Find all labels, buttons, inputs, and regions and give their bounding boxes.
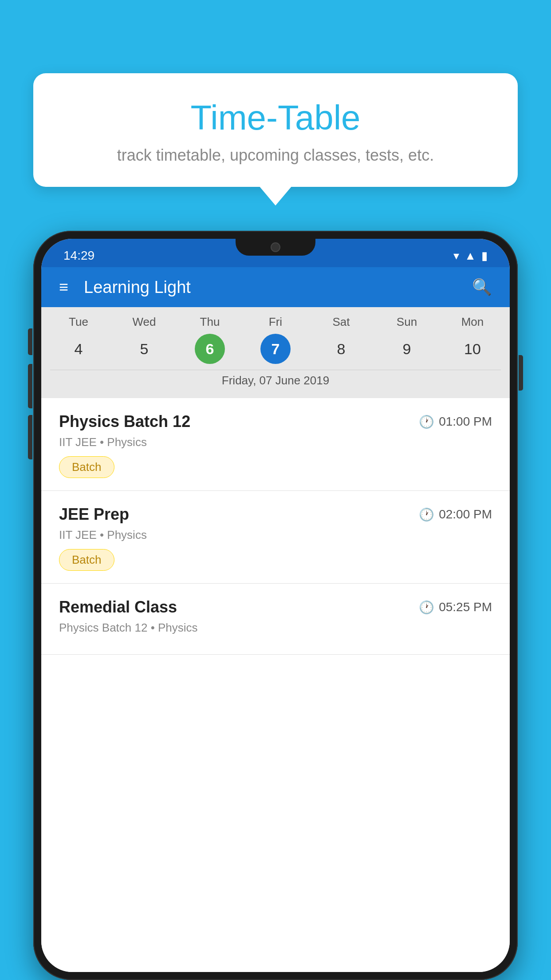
- class-meta-3: Physics Batch 12 • Physics: [59, 621, 492, 635]
- volume-down-button: [28, 364, 32, 408]
- class-name-2: JEE Prep: [59, 505, 129, 524]
- app-bar: ≡ Learning Light 🔍: [41, 267, 510, 307]
- volume-up-button: [28, 328, 32, 355]
- status-icons: ▾ ▲ ▮: [453, 249, 488, 263]
- phone-screen: 14:29 ▾ ▲ ▮ ≡ Learning Light 🔍 Tue Wed T…: [41, 239, 510, 972]
- day-header-tue: Tue: [46, 315, 111, 329]
- silent-button: [28, 415, 32, 459]
- class-name-3: Remedial Class: [59, 598, 177, 616]
- class-item-physics-batch-12[interactable]: Physics Batch 12 🕐 01:00 PM IIT JEE • Ph…: [41, 398, 510, 491]
- selected-date: Friday, 07 June 2019: [46, 370, 505, 394]
- front-camera: [271, 242, 280, 252]
- day-6-today[interactable]: 6: [177, 333, 243, 364]
- wifi-icon: ▾: [453, 249, 459, 263]
- class-time-1: 🕐 01:00 PM: [419, 415, 492, 429]
- class-item-header-3: Remedial Class 🕐 05:25 PM: [59, 598, 492, 616]
- class-meta-2: IIT JEE • Physics: [59, 528, 492, 542]
- tooltip-card: Time-Table track timetable, upcoming cla…: [33, 73, 518, 187]
- app-title: Learning Light: [84, 278, 472, 297]
- power-button: [519, 355, 523, 391]
- day-header-wed: Wed: [111, 315, 177, 329]
- tooltip-title: Time-Table: [60, 98, 491, 138]
- day-header-sun: Sun: [374, 315, 440, 329]
- phone-outer: 14:29 ▾ ▲ ▮ ≡ Learning Light 🔍 Tue Wed T…: [33, 231, 518, 980]
- phone-mockup: 14:29 ▾ ▲ ▮ ≡ Learning Light 🔍 Tue Wed T…: [33, 231, 518, 980]
- search-icon[interactable]: 🔍: [472, 278, 492, 296]
- class-name-1: Physics Batch 12: [59, 412, 190, 431]
- class-time-2: 🕐 02:00 PM: [419, 507, 492, 522]
- battery-icon: ▮: [481, 249, 488, 263]
- class-meta-1: IIT JEE • Physics: [59, 435, 492, 449]
- day-header-fri: Fri: [243, 315, 308, 329]
- tooltip-subtitle: track timetable, upcoming classes, tests…: [60, 146, 491, 165]
- clock-icon-3: 🕐: [419, 600, 434, 615]
- signal-icon: ▲: [464, 249, 476, 263]
- clock-icon-1: 🕐: [419, 415, 434, 429]
- day-5[interactable]: 5: [111, 333, 177, 364]
- class-item-header-2: JEE Prep 🕐 02:00 PM: [59, 505, 492, 524]
- day-numbers: 4 5 6 7 8 9 10: [46, 333, 505, 364]
- day-7-selected[interactable]: 7: [243, 333, 308, 364]
- day-header-thu: Thu: [177, 315, 243, 329]
- batch-badge-1: Batch: [59, 456, 114, 478]
- day-9[interactable]: 9: [374, 333, 440, 364]
- day-10[interactable]: 10: [440, 333, 505, 364]
- class-item-remedial[interactable]: Remedial Class 🕐 05:25 PM Physics Batch …: [41, 584, 510, 655]
- class-item-header-1: Physics Batch 12 🕐 01:00 PM: [59, 412, 492, 431]
- phone-notch: [236, 239, 315, 256]
- class-time-3: 🕐 05:25 PM: [419, 600, 492, 615]
- clock-icon-2: 🕐: [419, 507, 434, 522]
- day-header-mon: Mon: [440, 315, 505, 329]
- hamburger-icon[interactable]: ≡: [59, 279, 68, 295]
- status-time: 14:29: [63, 249, 94, 263]
- day-8[interactable]: 8: [308, 333, 374, 364]
- class-list: Physics Batch 12 🕐 01:00 PM IIT JEE • Ph…: [41, 398, 510, 972]
- day-header-sat: Sat: [308, 315, 374, 329]
- batch-badge-2: Batch: [59, 549, 114, 571]
- calendar-strip: Tue Wed Thu Fri Sat Sun Mon 4 5 6 7 8 9 …: [41, 307, 510, 398]
- day-4[interactable]: 4: [46, 333, 111, 364]
- day-headers: Tue Wed Thu Fri Sat Sun Mon: [46, 315, 505, 329]
- class-item-jee-prep[interactable]: JEE Prep 🕐 02:00 PM IIT JEE • Physics Ba…: [41, 491, 510, 584]
